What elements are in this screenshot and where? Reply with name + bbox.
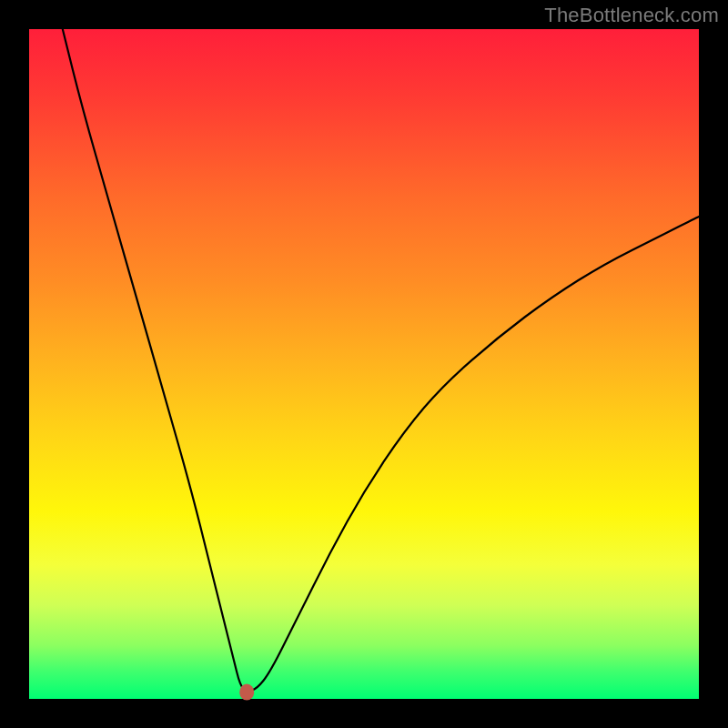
plot-svg [29, 29, 699, 699]
chart-frame: TheBottleneck.com [0, 0, 728, 728]
plot-area [29, 29, 699, 699]
watermark-text: TheBottleneck.com [544, 4, 719, 27]
bottleneck-curve [63, 29, 699, 691]
min-marker [239, 684, 254, 701]
